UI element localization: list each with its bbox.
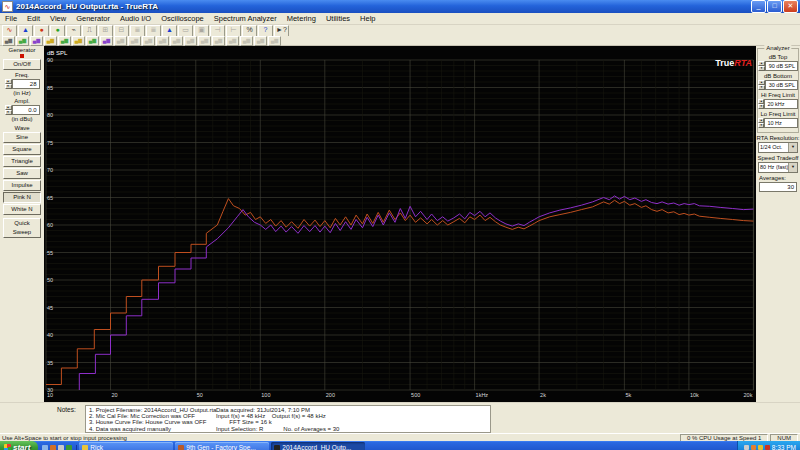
memory-button-7[interactable]: ▄▆ <box>86 36 99 46</box>
start-button[interactable]: start <box>0 441 38 450</box>
wave-button-square[interactable]: Square <box>3 144 41 155</box>
db-bottom-down-icon[interactable]: ▼ <box>758 85 765 90</box>
memory-button-20: ▄▆ <box>268 36 281 46</box>
memory-button-6[interactable]: ▄▆ <box>72 36 85 46</box>
ampl-stepper[interactable]: ▲▼ 0.0 <box>0 105 44 115</box>
memory-button-5[interactable]: ▄▆ <box>58 36 71 46</box>
wave-button-saw[interactable]: Saw <box>3 168 41 179</box>
memory-button-1[interactable]: ▄▆ <box>2 36 15 46</box>
status-hint: Use Alt+Space to start or stop input pro… <box>0 435 680 441</box>
speed-tradeoff-dropdown-icon[interactable]: ▼ <box>788 163 797 172</box>
generator-onoff-button[interactable]: On/Off <box>3 59 41 70</box>
hi-freq-label: Hi Freq Limit <box>758 92 798 98</box>
notes-line: 3. House Curve File: House Curve was OFF <box>89 419 216 425</box>
quick-launch-icon-3[interactable] <box>58 445 64 450</box>
freq-unit-label: (in Hz) <box>0 90 44 96</box>
menu-generator[interactable]: Generator <box>71 14 115 23</box>
quick-sweep-label: Quick Sweep <box>7 219 37 237</box>
memory-button-8[interactable]: ▄▆ <box>100 36 113 46</box>
wave-label: Wave <box>0 125 44 131</box>
menu-view[interactable]: View <box>45 14 71 23</box>
speed-tradeoff-select[interactable]: 80 Hz (fast) ▼ <box>758 162 798 173</box>
memory-button-2[interactable]: ▄▆ <box>16 36 29 46</box>
freq-down-icon[interactable]: ▼ <box>5 84 12 89</box>
task-button-1[interactable]: Rick <box>79 442 173 450</box>
quick-launch-icon-4[interactable] <box>66 445 72 450</box>
menu-help[interactable]: Help <box>355 14 380 23</box>
task-button-2[interactable]: 9th Gen - Factory Spe... <box>175 442 269 450</box>
generator-panel: Generator On/Off Freq. ▲▼ 28 (in Hz) Amp… <box>0 46 44 402</box>
db-bottom-arrows[interactable]: ▲▼ <box>758 80 765 90</box>
quick-sweep-button[interactable]: Quick Sweep <box>3 218 41 238</box>
rta-resolution-label: RTA Resolution: <box>756 135 800 141</box>
lo-freq-stepper[interactable]: ▲▼ 10 Hz <box>758 118 798 128</box>
hi-freq-value[interactable]: 20 kHz <box>764 99 798 109</box>
wave-button-sine[interactable]: Sine <box>3 132 41 143</box>
notes-right-column: Data acquired: 31Jul2014, 7:10 PMInput f… <box>216 407 339 432</box>
close-button[interactable]: ✕ <box>783 0 798 13</box>
db-top-arrows[interactable]: ▲▼ <box>758 61 765 71</box>
db-bottom-stepper[interactable]: ▲▼ 30 dB SPL <box>758 80 798 90</box>
wave-button-pink-n[interactable]: Pink N <box>3 192 41 203</box>
menu-utilities[interactable]: Utilities <box>321 14 355 23</box>
menu-audio-i-o[interactable]: Audio I/O <box>115 14 156 23</box>
freq-value[interactable]: 28 <box>12 79 40 89</box>
task-label: Rick <box>90 442 103 450</box>
x-axis-tick-label: 20 <box>112 392 118 398</box>
tray-icon-4[interactable] <box>765 445 770 450</box>
y-axis-tick-label: 45 <box>47 305 53 311</box>
wave-button-triangle[interactable]: Triangle <box>3 156 41 167</box>
tray-icon-1[interactable] <box>744 445 749 450</box>
wave-button-label: Saw <box>16 170 28 176</box>
main-toolbar: ∿▲●●⌁⎍⊞⊟≣≣▲▭▣⊣⊢%?►? <box>0 25 800 36</box>
generator-status-led <box>20 54 24 58</box>
memory-button-4[interactable]: ▄▆ <box>44 36 57 46</box>
averages-field[interactable]: 30 <box>759 182 797 192</box>
wave-button-label: Pink N <box>13 194 31 200</box>
ampl-spin-arrows[interactable]: ▲▼ <box>5 105 12 115</box>
rta-resolution-select[interactable]: 1/24 Oct. ▼ <box>758 142 798 153</box>
db-top-down-icon[interactable]: ▼ <box>758 66 765 71</box>
y-axis-tick-label: 75 <box>47 140 53 146</box>
quick-launch-icon-1[interactable] <box>42 445 48 450</box>
wave-button-label: Impulse <box>11 182 32 188</box>
tray-icon-3[interactable] <box>758 445 763 450</box>
db-top-value[interactable]: 90 dB SPL <box>765 61 798 71</box>
task-icon <box>178 445 184 450</box>
minimize-button[interactable]: _ <box>751 0 766 13</box>
menu-metering[interactable]: Metering <box>282 14 321 23</box>
ampl-down-icon[interactable]: ▼ <box>5 110 12 115</box>
freq-spin-arrows[interactable]: ▲▼ <box>5 79 12 89</box>
menu-edit[interactable]: Edit <box>22 14 45 23</box>
menu-spectrum-analyzer[interactable]: Spectrum Analyzer <box>209 14 282 23</box>
tray-icon-2[interactable] <box>751 445 756 450</box>
wave-button-impulse[interactable]: Impulse <box>3 180 41 191</box>
db-bottom-value[interactable]: 30 dB SPL <box>765 80 798 90</box>
wave-button-group: SineSquareTriangleSawImpulsePink NWhite … <box>0 132 44 215</box>
wave-button-label: Square <box>12 146 31 152</box>
memory-button-19: ▄▆ <box>254 36 267 46</box>
rta-chart: 9085807570656055504540353010205010020050… <box>44 46 756 402</box>
task-button-3[interactable]: 2014Accord_HU Outp... <box>271 442 365 450</box>
x-axis-tick-label: 200 <box>326 392 335 398</box>
x-axis-tick-label: 1kHz <box>476 392 489 398</box>
maximize-button[interactable]: □ <box>767 0 782 13</box>
notes-section: Notes: 1. Project Filename: 2014Accord_H… <box>0 402 800 433</box>
db-top-stepper[interactable]: ▲▼ 90 dB SPL <box>758 61 798 71</box>
freq-stepper[interactable]: ▲▼ 28 <box>0 79 44 89</box>
rta-resolution-dropdown-icon[interactable]: ▼ <box>788 143 797 152</box>
ampl-value[interactable]: 0.0 <box>12 105 40 115</box>
x-axis-tick-label: 10k <box>690 392 699 398</box>
lo-freq-value[interactable]: 10 Hz <box>764 118 798 128</box>
taskbar-clock: 8:33 PM <box>772 444 796 450</box>
memory-button-3[interactable]: ▄▆ <box>30 36 43 46</box>
y-axis-tick-label: 80 <box>47 112 53 118</box>
hi-freq-stepper[interactable]: ▲▼ 20 kHz <box>758 99 798 109</box>
notes-box[interactable]: 1. Project Filename: 2014Accord_HU Outpu… <box>85 405 491 433</box>
quick-launch-icon-2[interactable] <box>50 445 56 450</box>
menu-oscilloscope[interactable]: Oscilloscope <box>156 14 209 23</box>
memory-toolbar: ▄▆▄▆▄▆▄▆▄▆▄▆▄▆▄▆▄▆▄▆▄▆▄▆▄▆▄▆▄▆▄▆▄▆▄▆▄▆▄▆ <box>0 36 800 46</box>
wave-button-label: Sine <box>16 134 28 140</box>
wave-button-white-n[interactable]: White N <box>3 204 41 215</box>
menu-file[interactable]: File <box>0 14 22 23</box>
